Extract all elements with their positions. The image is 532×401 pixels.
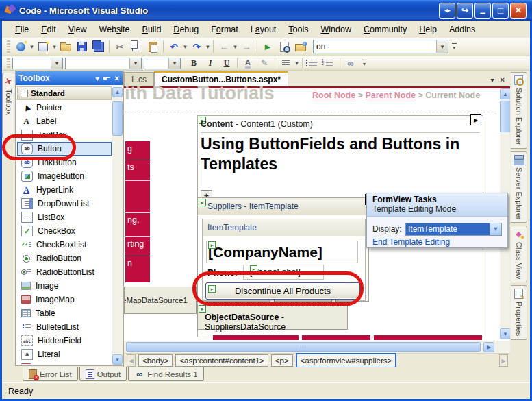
tagnav-left-arrow[interactable]: ◀	[127, 354, 136, 367]
nav-item-fragment[interactable]: n	[127, 258, 132, 268]
search-combo-dropdown[interactable]	[436, 40, 448, 53]
font-color-button[interactable]	[240, 56, 255, 71]
maximize-button[interactable]	[492, 3, 509, 19]
display-combo-dropdown-icon[interactable]	[490, 223, 501, 235]
start-debug-button[interactable]	[260, 39, 275, 54]
italic-button[interactable]	[203, 56, 218, 71]
toolbox-group-standard[interactable]: Standard	[17, 86, 112, 100]
toolbar-grip[interactable]	[7, 58, 10, 68]
font-size-combo[interactable]	[144, 58, 181, 69]
preview-button[interactable]	[277, 39, 292, 54]
cut-button[interactable]	[112, 39, 127, 54]
h-scroll-right-button[interactable]: ▶	[483, 342, 494, 352]
close-toolbox-icon[interactable]: ✕	[114, 75, 120, 82]
toolbox-item[interactable]: TextBox	[17, 128, 112, 142]
minimize-button[interactable]	[474, 3, 491, 19]
formview-designer[interactable]: Suppliers - ItemTemplate ItemTemplate [C…	[197, 197, 369, 302]
toolbox-item[interactable]: Image	[17, 279, 112, 293]
redo-button[interactable]	[189, 39, 204, 54]
h-scroll-thumb[interactable]	[126, 342, 481, 352]
nav-item-fragment[interactable]: ts	[127, 162, 134, 172]
toolbox-item[interactable]: CheckBoxList	[17, 238, 112, 252]
close-button[interactable]	[510, 3, 527, 19]
document-tab-active[interactable]: CustomButton...Buttons.aspx*	[154, 71, 288, 86]
toolbox-item[interactable]: ImageButton	[17, 169, 112, 183]
toolbox-scrollbar[interactable]	[112, 97, 123, 354]
bottom-panel-tab[interactable]: Find Results 1	[128, 367, 204, 381]
align-dropdown[interactable]	[294, 60, 300, 66]
menu-item[interactable]: Window	[315, 23, 357, 36]
toolbar-overflow-button[interactable]	[450, 40, 458, 53]
toolbox-item[interactable]: ListBox	[17, 210, 112, 224]
menu-item[interactable]: File	[9, 23, 35, 36]
undo-dropdown[interactable]	[182, 43, 188, 50]
bottom-panel-tab[interactable]: Output	[79, 367, 127, 381]
sitemapdatasource-control[interactable]: eMapDataSource1	[124, 287, 197, 314]
toolbox-item[interactable]: Calendar	[17, 361, 112, 364]
browse-web-button[interactable]	[293, 39, 308, 54]
nav-item-fragment[interactable]: g	[127, 144, 132, 154]
font-name-combo[interactable]	[65, 58, 142, 69]
end-template-editing-link[interactable]: End Template Editing	[372, 237, 450, 247]
toolbox-item[interactable]: HyperLink	[17, 183, 112, 197]
side-panel-tab[interactable]: Server Explorer	[511, 151, 527, 223]
nav-item-fragment[interactable]: ng,	[127, 215, 139, 225]
open-file-button[interactable]	[58, 39, 73, 54]
toolbox-item[interactable]: Literal	[17, 348, 112, 361]
undo-button[interactable]	[166, 39, 181, 54]
window-position-icon[interactable]: ▾	[96, 75, 99, 82]
phonelabel-control[interactable]: [PhoneLabel]	[243, 265, 324, 280]
toolbox-item[interactable]: Table	[17, 306, 112, 320]
toolbox-scroll-thumb[interactable]	[112, 101, 123, 136]
menu-item[interactable]: Format	[205, 23, 244, 36]
display-template-combo[interactable]: ItemTemplate	[405, 223, 502, 236]
font-size-dropdown[interactable]	[168, 58, 180, 69]
save-all-button[interactable]	[91, 39, 106, 54]
toolbox-item[interactable]: RadioButtonList	[17, 265, 112, 279]
hyperlink-button[interactable]	[343, 56, 358, 71]
toolbar-overflow-button[interactable]	[360, 57, 368, 69]
menu-item[interactable]: Debug	[167, 23, 205, 36]
side-panel-tab[interactable]: Class View	[511, 226, 527, 282]
toolbox-item[interactable]: ImageMap	[17, 293, 112, 306]
menu-item[interactable]: Tools	[282, 23, 314, 36]
toolbox-item[interactable]: Button	[17, 142, 112, 156]
auto-hide-pin-icon[interactable]	[103, 75, 110, 81]
block-format-dropdown[interactable]	[51, 58, 62, 69]
discontinue-all-products-button[interactable]: Discontinue All Products	[205, 282, 360, 300]
toolbox-header[interactable]: Toolbox ▾ ✕	[16, 71, 123, 85]
align-button[interactable]	[278, 56, 293, 71]
scroll-up-button[interactable]: ▲	[500, 88, 511, 99]
menu-item[interactable]: Build	[136, 23, 168, 36]
highlight-button[interactable]	[257, 56, 272, 71]
underline-button[interactable]	[219, 56, 234, 71]
menu-item[interactable]: Layout	[244, 23, 283, 36]
menu-item[interactable]: View	[62, 23, 93, 36]
breadcrumb-parent-link[interactable]: Parent Node	[365, 90, 416, 100]
toolbar-grip[interactable]	[7, 40, 10, 53]
menu-item[interactable]: Community	[357, 23, 413, 36]
numbered-list-button[interactable]	[322, 56, 337, 71]
objectdatasource-control[interactable]: ObjectDataSource - SuppliersDataSource	[197, 304, 348, 330]
toolbox-item[interactable]: Label	[17, 114, 112, 128]
tag-navigator-item[interactable]: <p>	[271, 354, 293, 367]
add-item-button[interactable]	[36, 39, 51, 54]
scroll-down-button[interactable]: ▼	[500, 328, 511, 339]
new-website-button[interactable]	[13, 39, 28, 54]
new-website-dropdown[interactable]	[29, 43, 35, 50]
toolbox-item[interactable]: DropDownList	[17, 197, 112, 210]
toolbox-item[interactable]: Pointer	[17, 101, 112, 114]
toolbox-scroll-down[interactable]: ▼	[112, 354, 123, 365]
side-panel-tab[interactable]: Properties	[511, 285, 527, 339]
nav-item-fragment[interactable]: rting	[127, 239, 144, 249]
bullet-list-button[interactable]	[305, 56, 320, 71]
menu-item[interactable]: Addins	[443, 23, 481, 36]
paste-button[interactable]	[145, 39, 160, 54]
font-name-dropdown[interactable]	[129, 58, 141, 69]
tag-navigator-item[interactable]: <asp:formview#suppliers>	[296, 353, 397, 368]
tagnav-right-arrow[interactable]: ▶	[499, 354, 508, 367]
breadcrumb-root-link[interactable]: Root Node	[312, 90, 355, 100]
design-horizontal-scrollbar[interactable]: ▶	[124, 341, 511, 353]
search-combo[interactable]: on	[313, 40, 448, 53]
document-tab-inactive[interactable]: L.cs	[124, 72, 154, 86]
